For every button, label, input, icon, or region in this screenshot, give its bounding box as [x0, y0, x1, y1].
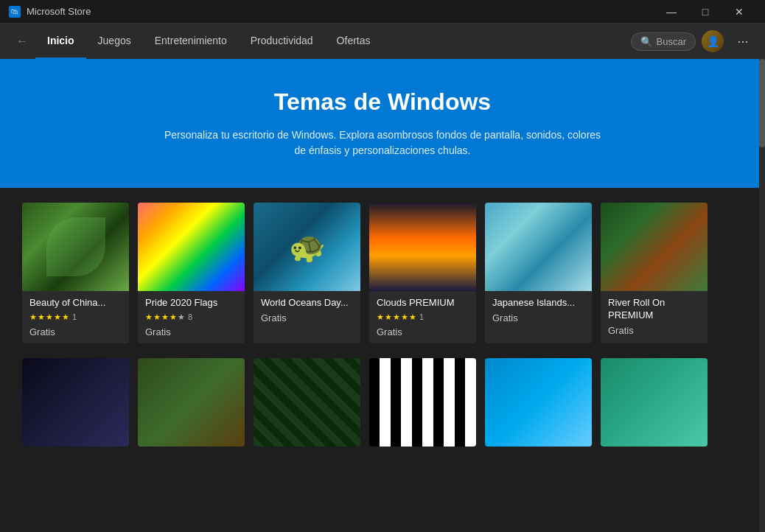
product-name-river: River Roll On PREMIUM: [608, 297, 700, 322]
thumbnail-zebra: [369, 358, 476, 447]
nav-tabs: Inicio Juegos Entretenimiento Productivi…: [35, 24, 631, 59]
hero-title: Temas de Windows: [15, 88, 750, 116]
product-name-oceans: World Oceans Day...: [261, 297, 353, 309]
product-section-1: Beauty of China... ★ ★ ★ ★ ★ 1 Gratis: [0, 188, 765, 358]
product-grid-2: [22, 358, 743, 447]
product-info-clouds: Clouds PREMIUM ★ ★ ★ ★ ★ 1 Gratis: [369, 291, 476, 343]
product-section-2: [0, 358, 765, 461]
product-card-japanese[interactable]: Japanese Islands... Gratis: [485, 203, 592, 343]
thumbnail-pattern: [254, 358, 360, 447]
product-card-space[interactable]: [22, 358, 129, 447]
back-button[interactable]: ←: [9, 28, 35, 55]
thumbnail-clouds: [369, 203, 476, 291]
price-oceans: Gratis: [261, 312, 353, 323]
stars-clouds: ★ ★ ★ ★ ★: [377, 312, 416, 322]
rating-clouds: 1: [419, 312, 424, 321]
thumbnail-japanese: [485, 203, 592, 291]
thumbnail-dolphin: [485, 358, 592, 447]
avatar[interactable]: 👤: [702, 30, 724, 52]
tab-inicio[interactable]: Inicio: [35, 24, 86, 59]
product-info-river: River Roll On PREMIUM Gratis: [601, 291, 708, 342]
product-card-clouds[interactable]: Clouds PREMIUM ★ ★ ★ ★ ★ 1 Gratis: [369, 203, 476, 343]
stars-china: ★ ★ ★ ★ ★: [29, 312, 69, 322]
product-card-pride[interactable]: Pride 2020 Flags ★ ★ ★ ★ ★ 8 Gratis: [138, 203, 245, 343]
scrollbar-thumb[interactable]: [759, 59, 765, 147]
product-info-pride: Pride 2020 Flags ★ ★ ★ ★ ★ 8 Gratis: [138, 291, 245, 343]
main-content: Temas de Windows Personaliza tu escritor…: [0, 59, 765, 532]
product-card-dolphin[interactable]: [485, 358, 592, 447]
maximize-button[interactable]: □: [688, 0, 722, 24]
stars-row-clouds: ★ ★ ★ ★ ★ 1: [377, 312, 469, 322]
title-bar-left: 🛍 Microsoft Store: [9, 6, 91, 18]
price-river: Gratis: [608, 325, 700, 336]
product-card-island2[interactable]: [601, 358, 708, 447]
product-card-beauty-china[interactable]: Beauty of China... ★ ★ ★ ★ ★ 1 Gratis: [22, 203, 129, 343]
thumbnail-space: [22, 358, 129, 447]
app-title: Microsoft Store: [27, 6, 91, 17]
thumbnail-house: [138, 358, 245, 447]
thumbnail-river: [601, 203, 708, 291]
thumbnail-oceans: [254, 203, 360, 291]
product-card-house[interactable]: [138, 358, 245, 447]
window-controls: — □ ✕: [654, 0, 756, 24]
rating-china: 1: [72, 312, 77, 321]
price-china: Gratis: [29, 326, 122, 337]
product-card-river[interactable]: River Roll On PREMIUM Gratis: [601, 203, 708, 343]
tab-productividad[interactable]: Productividad: [239, 24, 325, 59]
stars-row-china: ★ ★ ★ ★ ★ 1: [29, 312, 122, 322]
app-icon: 🛍: [9, 6, 21, 18]
product-card-oceans[interactable]: World Oceans Day... Gratis: [254, 203, 360, 343]
price-japanese: Gratis: [492, 312, 584, 323]
close-button[interactable]: ✕: [722, 0, 756, 24]
thumbnail-pride: [138, 203, 245, 291]
product-name-clouds: Clouds PREMIUM: [377, 297, 469, 309]
price-clouds: Gratis: [377, 326, 469, 337]
rating-pride: 8: [188, 312, 192, 321]
product-name-pride: Pride 2020 Flags: [145, 297, 237, 309]
product-grid-1: Beauty of China... ★ ★ ★ ★ ★ 1 Gratis: [22, 203, 743, 343]
search-box[interactable]: 🔍 Buscar: [631, 32, 696, 51]
nav-right: 🔍 Buscar 👤 ···: [631, 28, 756, 55]
thumbnail-island2: [601, 358, 708, 447]
hero-subtitle: Personaliza tu escritorio de Windows. Ex…: [161, 127, 604, 158]
product-name-japanese: Japanese Islands...: [492, 297, 584, 309]
stars-pride: ★ ★ ★ ★ ★: [145, 312, 185, 322]
product-name-china: Beauty of China...: [29, 297, 122, 309]
minimize-button[interactable]: —: [654, 0, 688, 24]
product-card-zebra[interactable]: [369, 358, 476, 447]
title-bar: 🛍 Microsoft Store — □ ✕: [0, 0, 765, 24]
tab-entretenimiento[interactable]: Entretenimiento: [143, 24, 239, 59]
search-label: Buscar: [657, 36, 686, 47]
more-button[interactable]: ···: [730, 28, 756, 55]
search-icon: 🔍: [640, 36, 652, 47]
scrollbar-track: [759, 59, 765, 532]
product-card-pattern[interactable]: [254, 358, 360, 447]
tab-juegos[interactable]: Juegos: [86, 24, 143, 59]
product-info-oceans: World Oceans Day... Gratis: [254, 291, 360, 329]
hero-banner: Temas de Windows Personaliza tu escritor…: [0, 59, 765, 188]
nav-bar: ← Inicio Juegos Entretenimiento Producti…: [0, 24, 765, 59]
product-info-japanese: Japanese Islands... Gratis: [485, 291, 592, 329]
tab-ofertas[interactable]: Ofertas: [325, 24, 382, 59]
thumbnail-china: [22, 203, 129, 291]
price-pride: Gratis: [145, 326, 237, 337]
product-info-china: Beauty of China... ★ ★ ★ ★ ★ 1 Gratis: [22, 291, 129, 343]
stars-row-pride: ★ ★ ★ ★ ★ 8: [145, 312, 237, 322]
